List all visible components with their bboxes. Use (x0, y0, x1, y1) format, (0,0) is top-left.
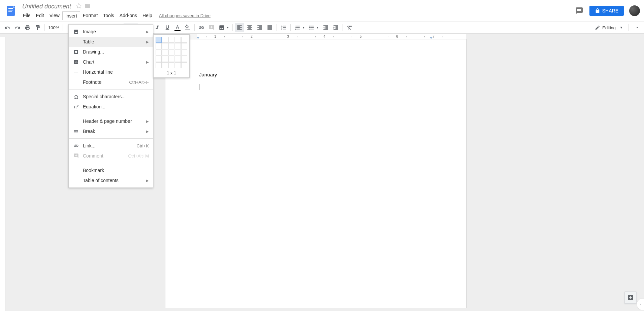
right-indent-marker-icon[interactable] (429, 37, 433, 39)
collapse-toolbar-button[interactable] (633, 25, 641, 30)
insert-image-button[interactable] (217, 23, 226, 32)
align-right-button[interactable] (255, 23, 264, 32)
docs-logo-icon[interactable] (4, 4, 18, 18)
comments-button[interactable] (575, 6, 584, 15)
numbered-list-button[interactable] (293, 23, 302, 32)
insert-comment-button[interactable] (207, 23, 216, 32)
bulleted-list-button[interactable] (307, 23, 316, 32)
table-grid-cell[interactable] (175, 37, 181, 43)
line-spacing-button[interactable] (279, 23, 288, 32)
menu-addons[interactable]: Add-ons (117, 11, 140, 20)
table-grid-cell[interactable] (181, 49, 187, 56)
table-grid-cell[interactable] (181, 62, 187, 68)
share-label: SHARE (602, 8, 618, 13)
print-button[interactable] (23, 23, 32, 32)
header: Untitled document File Edit View Insert … (0, 0, 644, 22)
paint-format-button[interactable] (33, 23, 42, 32)
table-grid-cell[interactable] (168, 49, 174, 56)
menu-separator (69, 138, 153, 139)
title-area: Untitled document File Edit View Insert … (20, 2, 211, 20)
menu-item-header-page[interactable]: Header & page number ▶ (69, 116, 153, 126)
left-indent-marker-icon[interactable] (196, 37, 200, 39)
menu-item-break[interactable]: Break ▶ (69, 126, 153, 136)
menu-item-footnote[interactable]: Footnote Ctrl+Alt+F (69, 77, 153, 87)
editing-mode-selector[interactable]: Editing ▼ (591, 24, 626, 32)
insert-link-button[interactable] (197, 23, 206, 32)
document-title[interactable]: Untitled document (20, 2, 73, 11)
menu-item-bookmark[interactable]: Bookmark (69, 165, 153, 175)
table-grid-cell[interactable] (168, 56, 174, 62)
menu-tools[interactable]: Tools (100, 11, 117, 20)
zoom-selector[interactable]: 100% (47, 25, 61, 30)
table-grid-cell[interactable] (181, 56, 187, 62)
side-panel-expand-button[interactable] (637, 298, 644, 310)
bulleted-list-dropdown-icon[interactable]: ▼ (316, 26, 320, 29)
table-grid-cell[interactable] (175, 43, 181, 49)
clear-formatting-button[interactable] (345, 23, 354, 32)
table-grid-cell[interactable] (175, 62, 181, 68)
table-grid-cell[interactable] (168, 37, 174, 43)
vertical-ruler[interactable] (0, 37, 5, 311)
align-left-button[interactable] (235, 23, 244, 32)
star-icon[interactable] (76, 3, 82, 10)
table-submenu: 1 x 1 (153, 34, 190, 78)
submenu-arrow-icon: ▶ (146, 30, 149, 34)
table-grid-cell[interactable] (156, 49, 162, 56)
increase-indent-button[interactable] (331, 23, 341, 32)
document-text[interactable]: January (199, 72, 432, 77)
menu-insert[interactable]: Insert (62, 11, 80, 20)
menu-item-special-chars[interactable]: Ω Special characters... (69, 92, 153, 102)
menu-help[interactable]: Help (140, 11, 155, 20)
move-folder-icon[interactable] (85, 3, 91, 10)
table-grid-cell[interactable] (168, 62, 174, 68)
menu-item-equation[interactable]: π² Equation... (69, 102, 153, 112)
ruler-tick-label: 6 (396, 35, 398, 38)
table-grid-cell[interactable] (181, 43, 187, 49)
document-page[interactable]: January (165, 39, 466, 308)
account-avatar[interactable] (629, 5, 640, 16)
submenu-arrow-icon: ▶ (146, 60, 149, 64)
table-grid-cell[interactable] (168, 43, 174, 49)
menu-view[interactable]: View (47, 11, 62, 20)
menu-item-image[interactable]: Image ▶ (69, 27, 153, 37)
table-grid-cell[interactable] (162, 62, 168, 68)
svg-rect-6 (74, 72, 78, 72)
explore-button[interactable] (624, 291, 637, 304)
table-grid-cell[interactable] (175, 49, 181, 56)
menu-item-toc[interactable]: Table of contents ▶ (69, 175, 153, 185)
table-grid-cell[interactable] (181, 37, 187, 43)
align-justify-button[interactable] (265, 23, 275, 32)
align-center-button[interactable] (245, 23, 254, 32)
menu-label: Special characters... (83, 94, 149, 99)
table-grid-cell[interactable] (162, 37, 168, 43)
table-grid-cell[interactable] (175, 56, 181, 62)
menu-item-table[interactable]: Table ▶ (69, 37, 153, 47)
table-grid-cell[interactable] (162, 49, 168, 56)
image-dropdown-icon[interactable]: ▼ (226, 26, 230, 29)
table-grid-cell[interactable] (156, 56, 162, 62)
share-button[interactable]: SHARE (589, 6, 624, 16)
table-grid-cell[interactable] (156, 37, 162, 43)
redo-button[interactable] (13, 23, 22, 32)
menu-label: Table (83, 39, 146, 44)
numbered-list-dropdown-icon[interactable]: ▼ (302, 26, 306, 29)
undo-button[interactable] (3, 23, 12, 32)
table-size-grid[interactable] (156, 37, 187, 68)
decrease-indent-button[interactable] (321, 23, 330, 32)
save-status[interactable]: All changes saved in Drive (159, 13, 211, 18)
underline-button[interactable] (163, 23, 172, 32)
menu-item-horizontal-line[interactable]: Horizontal line (69, 67, 153, 77)
italic-button[interactable] (153, 23, 162, 32)
menu-item-drawing[interactable]: Drawing... (69, 47, 153, 57)
table-grid-cell[interactable] (156, 43, 162, 49)
table-grid-cell[interactable] (156, 62, 162, 68)
table-grid-cell[interactable] (162, 56, 168, 62)
text-color-button[interactable] (173, 23, 182, 32)
menu-file[interactable]: File (20, 11, 33, 20)
menu-edit[interactable]: Edit (33, 11, 47, 20)
menu-item-link[interactable]: Link... Ctrl+K (69, 141, 153, 151)
menu-item-chart[interactable]: Chart ▶ (69, 57, 153, 67)
menu-format[interactable]: Format (80, 11, 100, 20)
table-grid-cell[interactable] (162, 43, 168, 49)
highlight-color-button[interactable] (183, 23, 192, 32)
